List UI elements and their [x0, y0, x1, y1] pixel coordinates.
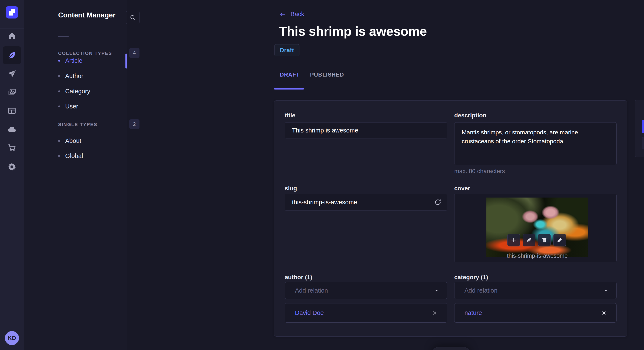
category-relation-link[interactable]: nature [464, 309, 482, 316]
cover-actions-toolbar [507, 234, 566, 246]
back-link[interactable]: Back [280, 11, 304, 18]
category-field-label: category (1) [454, 274, 488, 281]
search-icon [130, 14, 136, 20]
cover-image[interactable] [486, 197, 588, 257]
cover-media-field: this-shrimp-is-awesome [454, 194, 616, 262]
sidebar-item-author[interactable]: Author [58, 68, 139, 83]
tab-published[interactable]: PUBLISHED [310, 71, 344, 78]
subnav-divider [58, 36, 69, 37]
bullet-icon [58, 75, 60, 77]
add-media-button[interactable] [507, 234, 520, 246]
nav-deploy[interactable] [7, 125, 16, 134]
nav-home[interactable] [7, 31, 16, 41]
copy-link-button[interactable] [522, 234, 536, 246]
feather-icon [7, 51, 16, 60]
delete-media-button[interactable] [538, 234, 551, 246]
sidebar-item-label: Author [65, 72, 83, 80]
cloud-icon [7, 125, 16, 134]
refresh-icon [434, 199, 442, 206]
tab-active-underline [274, 88, 304, 90]
gear-icon [7, 162, 16, 172]
author-relation-select[interactable]: Add relation [285, 282, 447, 299]
strapi-logo[interactable] [6, 6, 18, 18]
sidebar-item-label: Category [65, 88, 90, 95]
close-icon [601, 310, 607, 316]
nav-content-manager[interactable] [3, 46, 21, 64]
bullet-icon [58, 140, 60, 142]
search-button[interactable] [126, 11, 140, 24]
description-hint: max. 80 characters [454, 168, 505, 175]
description-textarea[interactable]: Mantis shrimps, or stomatopods, are mari… [454, 122, 616, 165]
bullet-icon [58, 105, 60, 107]
rail-divider [0, 28, 24, 29]
pencil-icon [557, 237, 563, 243]
sidebar-item-category[interactable]: Category [58, 84, 139, 99]
title-field-label: title [285, 112, 296, 119]
sidebar-item-label: About [65, 137, 81, 144]
sidebar-item-user[interactable]: User [58, 99, 139, 114]
strapi-logo-icon [9, 9, 15, 15]
category-relation-placeholder: Add relation [464, 287, 498, 294]
trash-icon [541, 237, 547, 243]
sidebar-item-label: User [65, 103, 78, 110]
paper-plane-icon [8, 70, 16, 78]
main-content: Back This shrimp is awesome Draft DRAFT … [127, 0, 644, 350]
slug-input[interactable] [285, 194, 447, 211]
slug-field-label: slug [285, 185, 297, 192]
cover-field-label: cover [454, 185, 470, 192]
link-icon [526, 237, 532, 243]
edit-media-button[interactable] [553, 234, 566, 246]
arrow-left-icon [280, 11, 286, 18]
page-title: This shrimp is awesome [279, 24, 427, 39]
remove-category-relation-button[interactable] [600, 309, 608, 317]
cart-icon [8, 143, 16, 152]
subnav-title: Content Manager [58, 11, 116, 19]
nav-media-library[interactable] [7, 88, 16, 97]
save-button[interactable] [642, 120, 644, 133]
sidebar-item-label: Global [65, 153, 83, 160]
description-field-label: description [454, 112, 486, 119]
section-single-types: SINGLE TYPES [58, 122, 97, 127]
nav-marketplace[interactable] [7, 143, 16, 153]
cover-filename: this-shrimp-is-awesome [486, 253, 588, 259]
author-relation-link[interactable]: David Doe [295, 309, 324, 316]
entry-form-card: title description Mantis shrimps, or sto… [274, 100, 627, 337]
floating-toolbar-pill[interactable] [432, 347, 470, 350]
slug-field [285, 194, 447, 211]
sidebar-item-about[interactable]: About [58, 133, 139, 148]
remove-author-relation-button[interactable] [431, 309, 438, 317]
bullet-icon [58, 155, 60, 157]
chevron-down-icon [603, 288, 609, 293]
nav-content-type-builder[interactable] [7, 106, 16, 116]
sidebar-item-article[interactable]: Article [58, 53, 139, 68]
back-label: Back [290, 11, 304, 18]
content-manager-subnav: Content Manager COLLECTION TYPES 4 Artic… [24, 0, 127, 350]
layout-icon [8, 106, 16, 115]
category-relation-select[interactable]: Add relation [454, 282, 616, 299]
nav-settings[interactable] [7, 162, 16, 172]
bullet-icon [58, 60, 60, 62]
nav-releases[interactable] [7, 69, 16, 79]
plus-icon [510, 237, 517, 243]
single-types-count-badge: 2 [129, 119, 140, 129]
sidebar-item-label: Article [65, 57, 82, 64]
chevron-down-icon [434, 288, 439, 293]
active-item-indicator [126, 54, 127, 68]
publish-button[interactable] [642, 137, 644, 149]
images-icon [8, 88, 16, 97]
status-badge: Draft [274, 44, 300, 56]
title-input[interactable] [285, 122, 447, 138]
category-relation-item: nature [454, 303, 616, 323]
author-relation-placeholder: Add relation [295, 287, 328, 294]
rail-divider [0, 326, 24, 326]
bullet-icon [58, 90, 60, 92]
avatar[interactable]: KD [5, 331, 19, 345]
author-field-label: author (1) [285, 274, 312, 281]
sidebar-item-global[interactable]: Global [58, 149, 139, 163]
close-icon [432, 310, 438, 316]
author-relation-item: David Doe [285, 303, 447, 323]
regenerate-slug-button[interactable] [434, 198, 442, 206]
home-icon [8, 32, 16, 40]
entry-side-panel: ENTRY [635, 100, 644, 157]
tab-draft[interactable]: DRAFT [280, 71, 300, 78]
